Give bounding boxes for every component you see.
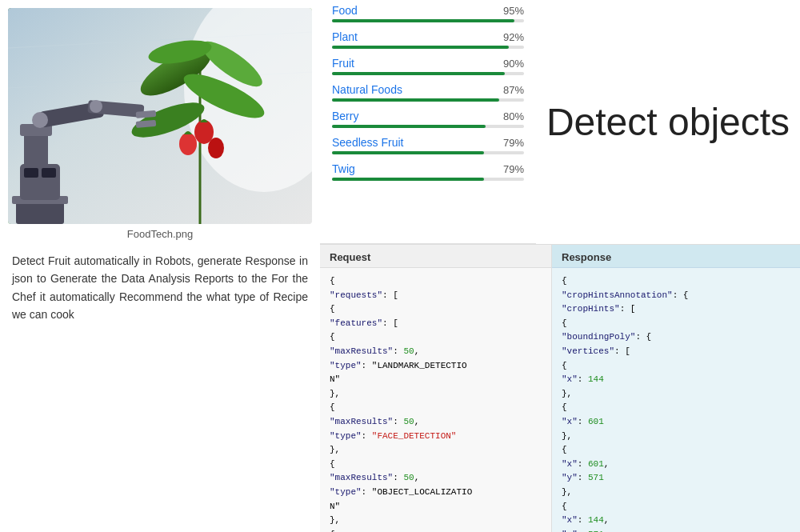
left-panel: FoodTech.png Detect Fruit automatically … — [0, 0, 320, 532]
code-line: "y": 571 — [562, 471, 790, 486]
label-name: Seedless Fruit — [332, 136, 403, 149]
code-line: { — [330, 528, 542, 532]
code-line: "x": 144, — [562, 514, 790, 528]
code-line: { — [330, 274, 542, 289]
page-heading: Detect objects — [546, 99, 790, 146]
label-bar-bg — [332, 19, 524, 22]
label-percent: 95% — [503, 5, 524, 17]
code-line: N" — [330, 373, 542, 387]
label-name: Food — [332, 4, 358, 17]
code-line: "cropHints": [ — [562, 302, 790, 317]
svg-point-19 — [32, 112, 48, 128]
food-tech-image — [8, 8, 312, 224]
label-bar-bg — [332, 178, 524, 181]
description-text: Detect Fruit automatically in Robots, ge… — [0, 248, 320, 332]
label-percent: 80% — [503, 110, 524, 122]
label-row: Natural Foods87% — [332, 83, 524, 102]
response-panel-header: Response — [552, 245, 800, 268]
code-line: N" — [330, 500, 542, 514]
code-line: "cropHintsAnnotation": { — [562, 289, 790, 303]
code-line: "x": 601, — [562, 458, 790, 472]
code-line: { — [562, 317, 790, 331]
label-bar-fill — [332, 98, 499, 102]
label-name: Plant — [332, 30, 358, 43]
svg-point-11 — [179, 133, 197, 155]
label-row: Berry80% — [332, 110, 524, 128]
code-line: { — [562, 359, 790, 374]
request-code: { "requests": [ { "features": [ { "maxRe… — [320, 268, 551, 532]
label-name: Twig — [332, 162, 355, 175]
labels-panel: Food95%Plant92%Fruit90%Natural Foods87%B… — [320, 0, 536, 244]
label-row: Food95% — [332, 4, 524, 22]
label-row: Twig79% — [332, 162, 524, 181]
label-percent: 87% — [503, 84, 524, 96]
label-bar-fill — [332, 151, 484, 154]
label-bar-bg — [332, 72, 524, 75]
code-line: "x": 601 — [562, 415, 790, 430]
label-bar-fill — [332, 125, 486, 128]
label-row: Fruit90% — [332, 57, 524, 75]
response-panel: Response { "cropHintsAnnotation": { "cro… — [552, 244, 800, 532]
label-name: Natural Foods — [332, 83, 402, 96]
code-line: { — [330, 330, 542, 345]
code-line: }, — [330, 387, 542, 402]
request-panel-header: Request — [320, 245, 551, 268]
response-code: { "cropHintsAnnotation": { "cropHints": … — [552, 268, 800, 532]
code-line: { — [562, 443, 790, 458]
code-line: "vertices": [ — [562, 345, 790, 359]
label-bar-fill — [332, 19, 514, 22]
label-row: Plant92% — [332, 30, 524, 49]
label-name: Fruit — [332, 57, 354, 70]
code-line: { — [330, 458, 542, 472]
label-bar-fill — [332, 178, 484, 181]
svg-point-20 — [90, 100, 102, 113]
svg-rect-24 — [24, 168, 38, 178]
code-line: "maxResults": 50, — [330, 415, 542, 430]
code-line: { — [330, 401, 542, 415]
code-line: { — [562, 500, 790, 514]
code-line: { — [562, 401, 790, 415]
label-percent: 90% — [503, 58, 524, 70]
request-panel: Request { "requests": [ { "features": [ … — [320, 244, 552, 532]
code-line: "maxResults": 50, — [330, 345, 542, 359]
code-line: "type": "FACE_DETECTION" — [330, 430, 542, 444]
label-percent: 79% — [503, 137, 524, 149]
code-line: { — [562, 274, 790, 289]
label-bar-bg — [332, 125, 524, 128]
code-line: "x": 144 — [562, 373, 790, 387]
label-bar-bg — [332, 46, 524, 49]
code-line: "maxResults": 50, — [330, 471, 542, 486]
label-bar-bg — [332, 98, 524, 102]
code-line: }, — [330, 443, 542, 458]
label-bar-fill — [332, 46, 509, 49]
heading-panel: Detect objects — [536, 0, 800, 244]
code-line: "boundingPoly": { — [562, 330, 790, 345]
code-line: "features": [ — [330, 317, 542, 331]
code-line: { — [330, 302, 542, 317]
svg-rect-25 — [42, 168, 56, 178]
label-bar-bg — [332, 151, 524, 154]
code-line: "type": "LANDMARK_DETECTIO — [330, 359, 542, 374]
label-bar-fill — [332, 72, 505, 75]
code-line: }, — [562, 486, 790, 500]
code-line: }, — [330, 514, 542, 528]
code-line: }, — [562, 430, 790, 444]
code-line: "type": "OBJECT_LOCALIZATIO — [330, 486, 542, 500]
image-caption: FoodTech.png — [0, 228, 320, 240]
code-line: "requests": [ — [330, 289, 542, 303]
svg-point-12 — [208, 138, 224, 158]
label-name: Berry — [332, 110, 358, 122]
label-row: Seedless Fruit79% — [332, 136, 524, 154]
label-percent: 92% — [503, 31, 524, 43]
code-line: }, — [562, 387, 790, 402]
code-line: "y": 571 — [562, 528, 790, 532]
label-percent: 79% — [503, 163, 524, 175]
